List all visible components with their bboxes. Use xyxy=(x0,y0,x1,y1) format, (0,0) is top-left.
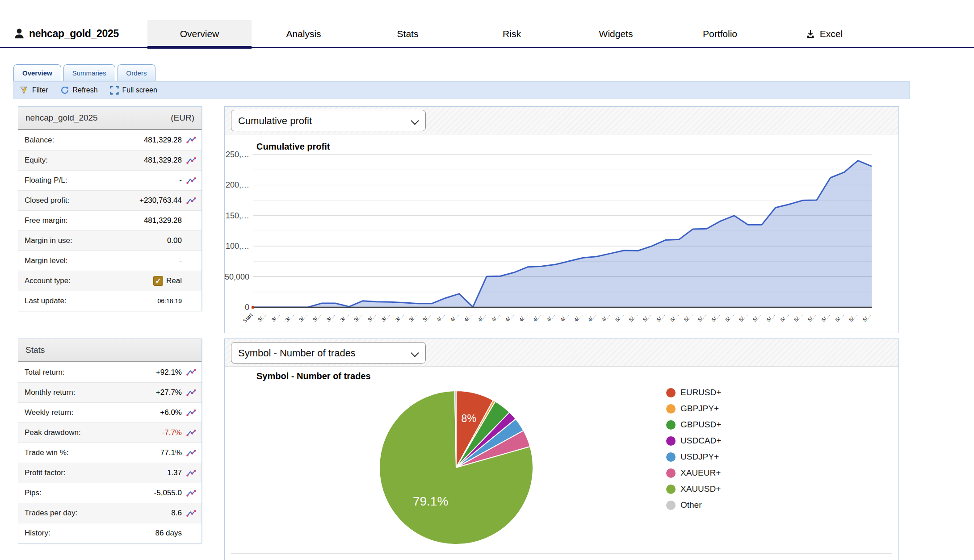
table-row: Balance: 481,329.28 xyxy=(18,130,202,150)
legend-label: GBPUSD+ xyxy=(680,420,721,430)
svg-text:3/…: 3/… xyxy=(312,312,322,322)
table-row: Peak drawdown: -7.7% xyxy=(18,422,202,443)
svg-text:50,000: 50,000 xyxy=(225,272,249,281)
sparkline-icon[interactable] xyxy=(186,197,196,205)
legend-label: EURUSD+ xyxy=(680,388,721,397)
symbol-trades-chart: Symbol - Number of trades 8%79.1% EURUSD… xyxy=(225,367,898,559)
sparkline-icon[interactable] xyxy=(186,389,196,397)
cumulative-profit-panel: Cumulative profit Cumulative profit 050,… xyxy=(224,106,899,333)
sparkline-icon[interactable] xyxy=(186,469,196,477)
account-panel: nehcap_gold_2025 (EUR) Balance: 481,329.… xyxy=(18,106,202,311)
svg-text:5/…: 5/… xyxy=(793,312,803,322)
svg-text:5/…: 5/… xyxy=(642,312,652,322)
legend-item: EURUSD+ xyxy=(666,384,721,401)
pie-chart-select[interactable]: Symbol - Number of trades xyxy=(231,342,426,364)
table-row: Total return: +92.1% xyxy=(18,362,202,382)
svg-text:5/…: 5/… xyxy=(655,312,666,322)
legend-item: GBPJPY+ xyxy=(666,401,721,417)
nav-tab-analysis[interactable]: Analysis xyxy=(252,20,356,48)
main-nav: Overview Analysis Stats Risk Widgets Por… xyxy=(147,20,876,48)
table-row: Trades per day: 8.6 xyxy=(18,503,202,523)
svg-text:3/…: 3/… xyxy=(395,312,405,322)
subtab-overview[interactable]: Overview xyxy=(13,64,61,81)
legend-color-dot xyxy=(666,420,676,430)
profit-chart-select[interactable]: Cumulative profit xyxy=(231,110,426,131)
sparkline-icon[interactable] xyxy=(186,510,196,517)
table-row: Last update: 06:18:19 xyxy=(18,291,202,311)
sparkline-icon[interactable] xyxy=(186,368,196,376)
table-row: Floating P/L: - xyxy=(18,170,202,190)
legend-color-dot xyxy=(666,404,676,414)
sparkline-icon[interactable] xyxy=(186,449,196,457)
nav-tab-excel[interactable]: Excel xyxy=(772,20,876,48)
trading-dashboard: nehcap_gold_2025 Overview Analysis Stats… xyxy=(0,0,974,560)
legend-label: XAUEUR+ xyxy=(680,468,721,478)
pie-chart: 8%79.1% xyxy=(371,383,541,552)
sparkline-icon[interactable] xyxy=(186,489,196,497)
sparkline-icon[interactable] xyxy=(186,409,196,417)
nav-tab-widgets[interactable]: Widgets xyxy=(564,20,668,48)
svg-text:Start: Start xyxy=(242,312,254,323)
sparkline-icon[interactable] xyxy=(186,157,196,164)
sparkline-icon[interactable] xyxy=(186,136,196,144)
svg-text:3/…: 3/… xyxy=(298,312,308,322)
svg-text:4/…: 4/… xyxy=(600,312,611,322)
svg-text:4/…: 4/… xyxy=(491,312,501,322)
table-row: Pips: -5,055.0 xyxy=(18,483,202,503)
legend-color-dot xyxy=(666,436,676,446)
svg-text:150,…: 150,… xyxy=(226,211,249,220)
svg-text:5/…: 5/… xyxy=(821,312,831,322)
svg-text:5/…: 5/… xyxy=(766,312,776,322)
svg-text:3/…: 3/… xyxy=(284,312,294,322)
table-row: Monthly return: +27.7% xyxy=(18,382,202,402)
svg-text:3/…: 3/… xyxy=(381,312,391,322)
legend-label: GBPJPY+ xyxy=(680,404,719,414)
svg-text:5/…: 5/… xyxy=(752,312,762,322)
user-icon xyxy=(13,28,25,39)
svg-text:5/…: 5/… xyxy=(614,312,625,322)
pie-chart-select-wrap: Symbol - Number of trades xyxy=(231,342,426,364)
legend-item: Other xyxy=(666,497,721,513)
table-row: History: 86 days xyxy=(18,523,202,543)
subtab-orders[interactable]: Orders xyxy=(118,64,156,81)
fullscreen-icon xyxy=(109,85,119,95)
filter-button[interactable]: Filter xyxy=(19,85,48,95)
account-type-indicator: ✓ Real xyxy=(153,276,182,286)
cumulative-profit-chart: Cumulative profit 050,000100,…150,…200,…… xyxy=(225,134,898,332)
svg-text:79.1%: 79.1% xyxy=(413,494,448,508)
table-row: Margin level: - xyxy=(18,251,202,271)
profit-panel-toolbar: Cumulative profit xyxy=(225,107,898,134)
svg-text:5/…: 5/… xyxy=(669,312,680,322)
subtab-summaries[interactable]: Summaries xyxy=(63,64,115,81)
profit-chart-select-wrap: Cumulative profit xyxy=(231,110,426,131)
svg-text:4/…: 4/… xyxy=(504,312,515,322)
svg-text:100,…: 100,… xyxy=(226,242,249,251)
profit-chart-title: Cumulative profit xyxy=(256,142,330,152)
legend-color-dot xyxy=(666,388,676,397)
sparkline-icon[interactable] xyxy=(186,429,196,437)
svg-text:5/…: 5/… xyxy=(862,312,872,322)
svg-text:4/…: 4/… xyxy=(463,312,473,322)
legend-item: GBPUSD+ xyxy=(666,417,721,433)
legend-label: USDJPY+ xyxy=(680,452,719,462)
svg-text:5/…: 5/… xyxy=(779,312,789,322)
nav-tab-risk[interactable]: Risk xyxy=(460,20,564,48)
svg-text:3/…: 3/… xyxy=(422,312,432,322)
svg-text:5/…: 5/… xyxy=(738,312,748,322)
nav-tab-stats[interactable]: Stats xyxy=(356,20,460,48)
top-header: nehcap_gold_2025 Overview Analysis Stats… xyxy=(0,0,974,48)
refresh-button[interactable]: Refresh xyxy=(60,85,98,95)
legend-label: Other xyxy=(680,500,702,510)
table-row: Account type: ✓ Real xyxy=(18,271,202,291)
refresh-icon xyxy=(60,85,70,95)
fullscreen-button[interactable]: Full screen xyxy=(109,85,157,95)
svg-text:4/…: 4/… xyxy=(587,312,597,322)
sparkline-icon[interactable] xyxy=(186,177,196,184)
svg-text:5/…: 5/… xyxy=(710,312,721,322)
svg-text:200,…: 200,… xyxy=(226,180,249,189)
account-panel-header: nehcap_gold_2025 (EUR) xyxy=(18,107,202,130)
table-row: Equity: 481,329.28 xyxy=(18,150,202,170)
account-currency: (EUR) xyxy=(171,113,194,123)
nav-tab-overview[interactable]: Overview xyxy=(147,20,252,48)
nav-tab-portfolio[interactable]: Portfolio xyxy=(668,20,772,48)
